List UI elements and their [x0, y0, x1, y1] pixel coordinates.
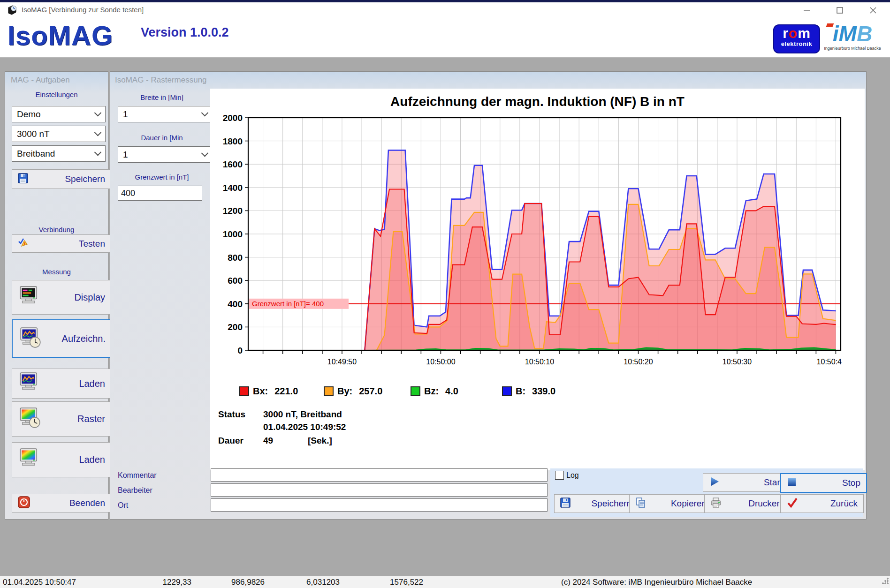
save-floppy-icon: [18, 173, 28, 186]
sidebar-button-aufzeichn[interactable]: Aufzeichn.: [12, 319, 112, 358]
monitor-display-icon: [18, 286, 42, 309]
svg-text:1800: 1800: [223, 136, 243, 146]
sidebar-panel-title: MAG - Aufgaben: [11, 75, 70, 85]
einstellungen-label: Einstellungen: [5, 90, 108, 98]
ort-input[interactable]: [211, 498, 548, 512]
dauer-status-label: Dauer: [218, 436, 243, 446]
svg-text:0: 0: [237, 346, 243, 355]
resize-grip[interactable]: [882, 578, 889, 584]
monitor-curve-icon: [18, 372, 42, 396]
speichern-button[interactable]: Speichern: [554, 494, 638, 513]
chart-legend: Bx:221.0 By:257.0 Bz:4.0 B:339.0: [210, 386, 865, 398]
breite-label: Breite in [Min]: [115, 93, 209, 101]
svg-text:600: 600: [228, 276, 243, 286]
sidebar-button-laden-2[interactable]: Laden: [12, 442, 111, 477]
log-checkbox[interactable]: [555, 471, 564, 480]
statusbar-value-2: 986,9826: [211, 578, 265, 587]
chevron-down-icon: [94, 149, 102, 156]
profile-dropdown[interactable]: Demo: [12, 106, 106, 122]
dauer-dropdown-value: 1: [123, 150, 128, 160]
app-header: IsoMAG Version 1.0.0.2 rom elektronik iM…: [0, 19, 890, 58]
legend-item-bz: Bz:4.0: [411, 386, 458, 397]
band-dropdown-value: Breitband: [17, 149, 55, 159]
play-icon: [709, 476, 720, 490]
statusbar-datetime: 01.04.2025 10:50:47: [3, 578, 76, 587]
dauer-status-unit: [Sek.]: [308, 436, 332, 446]
chevron-down-icon: [201, 109, 209, 117]
status-label: Status: [218, 409, 245, 420]
drucken-button[interactable]: Drucken: [704, 494, 788, 513]
statusbar-value-1: 1229,33: [141, 578, 191, 587]
rom-logo-text: rom: [774, 26, 819, 40]
chevron-down-icon: [94, 109, 102, 117]
copy-icon: [635, 497, 647, 511]
svg-text:10:50:10: 10:50:10: [525, 358, 554, 366]
svg-text:1200: 1200: [223, 206, 243, 216]
magnetic-induction-chart: 0 200 400 600 800 1000 1200 1400 1600 18…: [210, 89, 865, 379]
zurueck-button[interactable]: Zurück: [780, 494, 864, 513]
bearbeiter-label: Bearbeiter: [118, 486, 152, 495]
grenzwert-input[interactable]: [118, 186, 202, 201]
version-label: Version 1.0.0.2: [141, 25, 229, 40]
kommentar-input[interactable]: [211, 468, 548, 482]
printer-icon: [710, 497, 722, 511]
svg-text:400: 400: [228, 299, 243, 309]
svg-text:800: 800: [228, 253, 243, 263]
legend-item-by: By:257.0: [324, 386, 382, 397]
stop-square-icon: [787, 477, 797, 490]
log-checkbox-label: Log: [566, 471, 579, 480]
svg-text:10:49:50: 10:49:50: [327, 358, 357, 366]
main-panel-title: IsoMAG - Rastermessung: [115, 75, 207, 85]
dauer-dropdown[interactable]: 1: [118, 146, 213, 163]
start-button[interactable]: Start: [703, 473, 789, 492]
svg-text:1000: 1000: [223, 229, 243, 239]
dauer-label: Dauer in [Min: [115, 134, 209, 142]
chevron-down-icon: [201, 150, 209, 157]
chart-card: Aufzeichnung der magn. Induktion (NF) B …: [210, 89, 865, 470]
bearbeiter-input[interactable]: [211, 483, 548, 497]
svg-text:10:50:30: 10:50:30: [723, 358, 752, 366]
test-connection-icon: !: [18, 237, 29, 250]
sidebar-button-laden[interactable]: Laden: [12, 369, 111, 399]
monitor-rainbow-icon: [18, 448, 42, 472]
sidebar-speichern-button[interactable]: Speichern: [12, 169, 111, 189]
messung-label: Messung: [5, 268, 108, 276]
app-icon: [7, 5, 18, 18]
ort-label: Ort: [118, 501, 128, 510]
legend-swatch: [324, 386, 334, 396]
stop-button[interactable]: Stop: [780, 473, 867, 493]
sidebar-mag-aufgaben: MAG - Aufgaben Einstellungen Demo 3000 n…: [5, 71, 108, 520]
sidebar-button-display[interactable]: Display: [12, 280, 111, 315]
isomag-window: IsoMAG [Verbindung zur Sonde testen] Iso…: [0, 0, 890, 588]
close-button[interactable]: [862, 2, 884, 18]
save-floppy-icon: [560, 498, 571, 510]
chevron-down-icon: [94, 129, 102, 136]
status-value-line1: 3000 nT, Breitband: [263, 409, 342, 420]
svg-text:Grenzwert in [nT]= 400: Grenzwert in [nT]= 400: [252, 300, 324, 308]
kommentar-label: Kommentar: [118, 471, 157, 480]
legend-item-bx: Bx:221.0: [239, 386, 298, 397]
range-dropdown[interactable]: 3000 nT: [12, 126, 106, 142]
testen-button[interactable]: ! Testen: [12, 234, 111, 253]
monitor-raster-clock-icon: [18, 407, 42, 431]
verbindung-label: Verbindung: [5, 226, 108, 234]
svg-text:10:50:4: 10:50:4: [817, 358, 842, 366]
window-title: IsoMAG [Verbindung zur Sonde testen]: [22, 6, 144, 14]
red-check-icon: [786, 497, 799, 511]
svg-text:10:50:00: 10:50:00: [426, 358, 455, 366]
imb-logo: iMB Ingenieurbüro Michael Baacke: [823, 23, 882, 51]
rom-elektronik-logo: rom elektronik: [773, 24, 820, 53]
minimize-button[interactable]: [796, 2, 818, 18]
status-value-line2: 01.04.2025 10:49:52: [263, 422, 346, 432]
svg-text:1400: 1400: [223, 183, 243, 193]
maximize-button[interactable]: [829, 2, 851, 18]
range-dropdown-value: 3000 nT: [17, 129, 50, 139]
beenden-button[interactable]: Beenden: [12, 494, 111, 513]
monitor-record-clock-icon: [18, 327, 43, 351]
kopieren-button[interactable]: Kopieren: [629, 494, 713, 513]
sidebar-button-raster[interactable]: Raster: [12, 401, 111, 437]
band-dropdown[interactable]: Breitband: [12, 145, 106, 162]
breite-dropdown[interactable]: 1: [118, 106, 213, 122]
power-off-icon: [18, 496, 30, 511]
isomag-logo: IsoMAG: [8, 20, 113, 51]
